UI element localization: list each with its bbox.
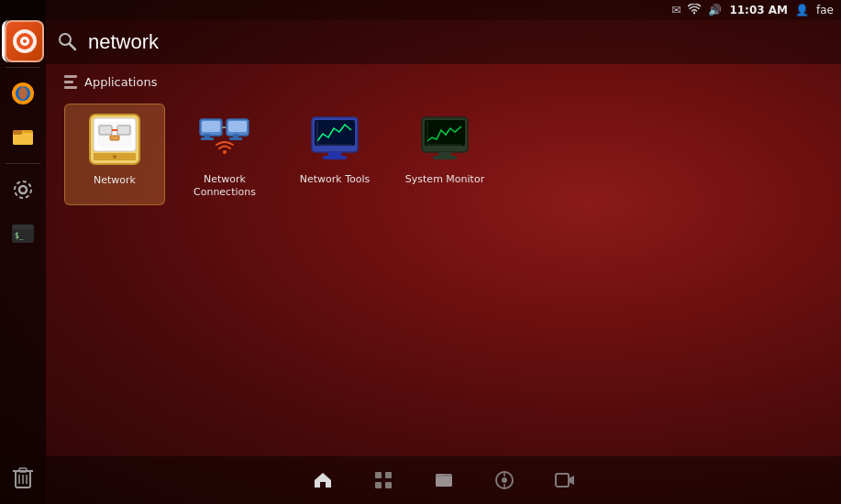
svg-rect-59 [436,474,443,477]
wifi-icon [688,4,701,17]
svg-rect-54 [385,472,392,478]
svg-point-30 [113,155,116,159]
app-network-connections-label: Network Connections [180,173,270,200]
sidebar-separator-1 [6,67,40,68]
app-network-icon-wrapper [85,110,144,169]
sidebar-separator-2 [6,163,40,164]
envelope-icon: ✉ [671,4,681,16]
app-network-label: Network [94,174,136,187]
svg-point-3 [23,39,27,43]
search-input[interactable] [88,30,830,54]
svg-rect-37 [228,121,247,132]
user-icon: 👤 [795,4,809,16]
svg-rect-25 [99,126,112,135]
bottombar-music-icon[interactable] [488,464,521,497]
main-content: Applications [46,64,841,456]
topbar: ✉ 🔊 11:03 AM 👤 fae [0,0,841,20]
svg-rect-39 [229,137,242,140]
bottombar-apps-icon[interactable] [367,464,400,497]
svg-rect-55 [375,482,382,488]
launcher-home[interactable] [2,20,44,62]
svg-rect-58 [436,477,452,487]
user-display: fae [816,4,834,16]
svg-point-9 [19,186,27,193]
svg-rect-42 [315,120,355,146]
svg-line-21 [70,44,75,49]
app-system-monitor-label: System Monitor [405,173,484,186]
app-network-tools-icon-wrapper [305,109,364,168]
svg-rect-26 [117,126,130,135]
bottombar-home-icon[interactable] [306,464,339,497]
launcher-firefox[interactable] [2,72,44,115]
svg-rect-32 [202,121,220,132]
svg-point-10 [15,181,31,198]
searchbar [46,20,841,64]
bottombar [46,456,841,504]
launcher-files[interactable] [2,116,44,159]
app-system-monitor[interactable]: System Monitor [394,104,495,205]
category-icon [64,75,77,89]
app-network-tools[interactable]: Network Tools [284,104,385,205]
category-header: Applications [64,75,823,89]
svg-rect-53 [375,472,382,478]
launcher-settings[interactable] [2,169,44,211]
svg-point-61 [502,477,507,483]
svg-rect-46 [323,156,347,159]
svg-rect-52 [433,156,457,159]
search-lens-icon [57,31,79,53]
volume-icon: 🔊 [708,4,722,16]
svg-rect-56 [385,482,392,488]
svg-point-40 [223,150,227,154]
app-system-monitor-icon-wrapper [415,109,474,168]
svg-rect-28 [110,136,119,140]
bottombar-files-icon[interactable] [427,464,460,497]
sidebar: $_ [0,0,46,504]
launcher-trash[interactable] [2,456,44,499]
svg-text:$_: $_ [15,232,24,240]
app-network-tools-label: Network Tools [300,173,371,186]
app-network-connections-icon-wrapper [195,109,254,168]
launcher-terminal[interactable]: $_ [2,213,44,255]
svg-rect-8 [13,130,22,135]
app-network-connections[interactable]: Network Connections [174,104,275,205]
bottombar-video-icon[interactable] [548,464,581,497]
svg-rect-12 [12,225,34,229]
app-network[interactable]: Network [64,104,165,205]
category-label: Applications [84,75,157,89]
time-display: 11:03 AM [729,4,788,16]
svg-rect-62 [556,474,569,487]
svg-rect-34 [201,137,214,140]
apps-grid: Network [64,100,823,209]
